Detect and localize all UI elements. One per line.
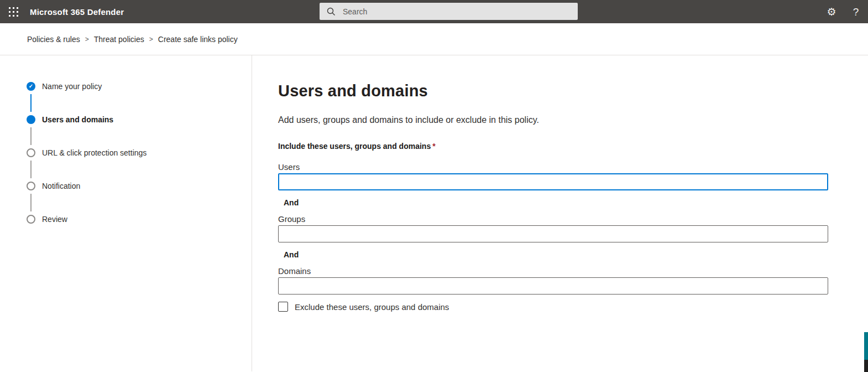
step-connector — [30, 194, 32, 211]
breadcrumb-threat-policies[interactable]: Threat policies — [94, 35, 144, 44]
feedback-tab-edge[interactable] — [864, 332, 868, 360]
groups-input[interactable] — [278, 225, 828, 242]
help-icon: ? — [853, 7, 859, 17]
step-upcoming-icon — [27, 182, 35, 190]
step-label: Review — [42, 215, 67, 224]
step-review[interactable]: Review — [27, 215, 252, 248]
include-section-label: Include these users, groups and domains* — [278, 142, 868, 151]
gear-icon: ⚙ — [827, 7, 836, 17]
step-completed-icon: ✓ — [27, 82, 35, 91]
content-area: ✓ Name your policy Users and domains URL… — [0, 55, 868, 371]
include-section-label-text: Include these users, groups and domains — [278, 142, 431, 151]
step-name-your-policy[interactable]: ✓ Name your policy — [27, 82, 252, 115]
app-launcher-button[interactable] — [0, 0, 27, 23]
breadcrumb-create-safe-links-policy: Create safe links policy — [158, 35, 238, 44]
help-button[interactable]: ? — [844, 0, 868, 23]
breadcrumb-policies-rules[interactable]: Policies & rules — [27, 35, 80, 44]
breadcrumb: Policies & rules > Threat policies > Cre… — [0, 23, 868, 55]
step-label: Notification — [42, 182, 80, 190]
step-notification[interactable]: Notification — [27, 182, 252, 215]
step-upcoming-icon — [27, 148, 35, 157]
main-panel: Users and domains Add users, groups and … — [252, 55, 868, 371]
exclude-checkbox[interactable] — [278, 302, 288, 312]
exclude-checkbox-row: Exclude these users, groups and domains — [278, 302, 868, 312]
required-asterisk: * — [432, 142, 435, 151]
and-label: And — [284, 250, 868, 259]
step-label: URL & click protection settings — [42, 149, 147, 157]
global-search[interactable] — [320, 3, 578, 20]
search-input[interactable] — [342, 3, 578, 20]
domains-input[interactable] — [278, 277, 828, 294]
page-title: Users and domains — [278, 82, 868, 100]
step-url-click-protection-settings[interactable]: URL & click protection settings — [27, 148, 252, 182]
users-input[interactable] — [278, 173, 828, 190]
step-label: Name your policy — [42, 82, 102, 91]
wizard-stepper-sidebar: ✓ Name your policy Users and domains URL… — [0, 55, 252, 371]
step-label: Users and domains — [42, 116, 113, 124]
step-upcoming-icon — [27, 215, 35, 224]
breadcrumb-separator: > — [149, 35, 153, 43]
step-users-and-domains[interactable]: Users and domains — [27, 115, 252, 148]
search-icon — [327, 7, 336, 16]
groups-field-label: Groups — [278, 214, 868, 224]
topbar-actions: ⚙ ? — [819, 0, 868, 23]
app-title: Microsoft 365 Defender — [30, 7, 124, 17]
domains-field-label: Domains — [278, 266, 868, 276]
waffle-icon — [9, 7, 18, 17]
breadcrumb-separator: > — [85, 35, 89, 43]
checkmark-icon: ✓ — [29, 84, 33, 89]
exclude-checkbox-label: Exclude these users, groups and domains — [295, 302, 449, 312]
step-connector — [30, 127, 32, 145]
and-label: And — [284, 198, 868, 207]
step-current-icon — [27, 115, 35, 124]
step-connector — [30, 94, 32, 112]
feedback-tab-edge-dark — [864, 360, 868, 372]
top-bar: Microsoft 365 Defender ⚙ ? — [0, 0, 868, 23]
settings-button[interactable]: ⚙ — [819, 0, 844, 23]
page-description: Add users, groups and domains to include… — [278, 115, 868, 125]
step-connector — [30, 161, 32, 178]
users-field-label: Users — [278, 162, 868, 172]
